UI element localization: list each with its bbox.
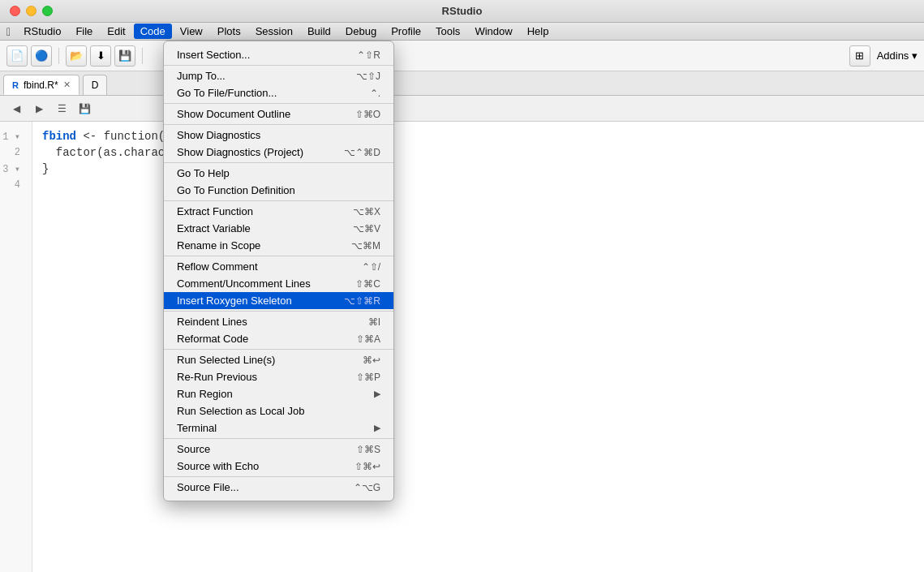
menu-source-file[interactable]: Source File... ⌃⌥G [164,479,393,496]
menu-rstudio[interactable]: RStudio [17,24,67,39]
menu-comment-uncomment[interactable]: Comment/Uncomment Lines ⇧⌘C [164,275,393,292]
show-outline-btn[interactable]: ☰ [52,99,71,118]
line-numbers: 1 ▾ 2 3 ▾ 4 [0,122,32,572]
menu-extract-function[interactable]: Extract Function ⌥⌘X [164,203,393,220]
menu-file[interactable]: File [69,24,99,39]
menu-group-source-file: Source File... ⌃⌥G [164,477,393,497]
editor-toolbar: ◀ ▶ ☰ 💾 [0,96,924,122]
menu-go-to-file[interactable]: Go To File/Function... ⌃. [164,84,393,101]
menu-group-format: Reindent Lines ⌘I Reformat Code ⇧⌘A [164,312,393,350]
menu-run-selected[interactable]: Run Selected Line(s) ⌘↩ [164,351,393,368]
menu-show-outline[interactable]: Show Document Outline ⇧⌘O [164,105,393,123]
menu-show-diagnostics-project[interactable]: Show Diagnostics (Project) ⌥⌃⌘D [164,144,393,161]
menu-jump-to[interactable]: Jump To... ⌥⇧J [164,67,393,84]
menu-insert-section[interactable]: Insert Section... ⌃⇧R [164,46,393,63]
menu-group-outline: Show Document Outline ⇧⌘O [164,104,393,125]
main-content: 1 ▾ 2 3 ▾ 4 fbind <- function(a, b) { fa… [0,122,924,572]
menu-reindent-lines[interactable]: Reindent Lines ⌘I [164,313,393,330]
menu-debug[interactable]: Debug [339,24,383,39]
menu-go-to-help[interactable]: Go To Help [164,165,393,182]
menu-insert-roxygen[interactable]: Insert Roxygen Skeleton ⌥⇧⌘R [164,292,393,309]
menu-code[interactable]: Code [134,24,172,39]
menu-bar:  RStudio File Edit Code View Plots Sess… [0,23,924,41]
menu-help[interactable]: Help [521,24,556,39]
save-btn[interactable]: 💾 [114,45,135,67]
menu-group-run: Run Selected Line(s) ⌘↩ Re-Run Previous … [164,350,393,439]
menu-rerun-previous[interactable]: Re-Run Previous ⇧⌘P [164,368,393,385]
menu-source-with-echo[interactable]: Source with Echo ⇧⌘↩ [164,458,393,475]
traffic-lights [10,6,53,16]
menu-extract-variable[interactable]: Extract Variable ⌥⌘V [164,220,393,237]
menu-group-goto: Go To Help Go To Function Definition [164,163,393,201]
menu-profile[interactable]: Profile [385,24,428,39]
menu-group-diagnostics: Show Diagnostics Show Diagnostics (Proje… [164,125,393,163]
addins-area: ⊞ Addins ▾ [849,45,918,67]
menu-show-diagnostics[interactable]: Show Diagnostics [164,127,393,144]
menu-session[interactable]: Session [249,24,299,39]
editor-container: 1 ▾ 2 3 ▾ 4 fbind <- function(a, b) { fa… [0,122,924,572]
menu-group-source: Source ⇧⌘S Source with Echo ⇧⌘↩ [164,439,393,477]
back-btn[interactable]: ◀ [6,99,26,118]
menu-window[interactable]: Window [468,24,518,39]
toolbar-sep-1 [58,48,59,64]
menu-group-insert: Insert Section... ⌃⇧R [164,45,393,66]
tab-d-label: D [92,80,99,91]
toolbar-sep-2 [142,48,143,64]
new-project-btn[interactable]: 🔵 [31,45,52,67]
line-num-4: 4 [0,177,25,193]
menu-rename-in-scope[interactable]: Rename in Scope ⌥⌘M [164,237,393,254]
editor-area[interactable]: 1 ▾ 2 3 ▾ 4 fbind <- function(a, b) { fa… [0,122,924,572]
tab-icon: R [12,80,19,90]
code-dropdown-menu: Insert Section... ⌃⇧R Jump To... ⌥⇧J Go … [163,41,394,501]
new-file-btn[interactable]: 📄 [6,45,28,67]
minimize-button[interactable] [26,6,37,16]
menu-go-to-function-def[interactable]: Go To Function Definition [164,182,393,199]
open-recent-btn[interactable]: ⬇ [90,45,111,67]
menu-group-jump: Jump To... ⌥⇧J Go To File/Function... ⌃. [164,66,393,104]
menu-reflow-comment[interactable]: Reflow Comment ⌃⇧/ [164,258,393,275]
menu-group-comment: Reflow Comment ⌃⇧/ Comment/Uncomment Lin… [164,256,393,312]
tab-d[interactable]: D [83,75,108,95]
menu-group-extract: Extract Function ⌥⌘X Extract Variable ⌥⌘… [164,201,393,256]
tab-bar: R fbind.R* ✕ D [0,71,924,96]
line-num-1: 1 ▾ [0,128,25,144]
menu-tools[interactable]: Tools [429,24,466,39]
close-button[interactable] [10,6,20,16]
main-toolbar: 📄 🔵 📂 ⬇ 💾 ⊞ Addins ▾ [0,41,924,71]
menu-reformat-code[interactable]: Reformat Code ⇧⌘A [164,330,393,347]
menu-run-selection-local-job[interactable]: Run Selection as Local Job [164,402,393,419]
line-num-2: 2 [0,144,25,161]
maximize-button[interactable] [42,6,53,16]
menu-source[interactable]: Source ⇧⌘S [164,441,393,458]
menu-build[interactable]: Build [301,24,337,39]
tab-label: fbind.R* [24,80,58,91]
forward-btn[interactable]: ▶ [29,99,49,118]
apple-menu[interactable]:  [6,25,11,38]
grid-btn[interactable]: ⊞ [849,45,870,67]
addins-label[interactable]: Addins ▾ [877,49,918,62]
line-num-3: 3 ▾ [0,161,25,177]
menu-view[interactable]: View [174,24,209,39]
save-editor-btn[interactable]: 💾 [75,99,94,118]
open-file-btn[interactable]: 📂 [66,45,87,67]
tab-fbind[interactable]: R fbind.R* ✕ [3,75,80,95]
app-title: RStudio [442,5,483,17]
tab-close-btn[interactable]: ✕ [63,80,71,90]
title-bar: RStudio [0,0,924,23]
menu-terminal[interactable]: Terminal ▶ [164,419,393,437]
menu-run-region[interactable]: Run Region ▶ [164,385,393,402]
menu-plots[interactable]: Plots [211,24,247,39]
menu-edit[interactable]: Edit [101,24,131,39]
